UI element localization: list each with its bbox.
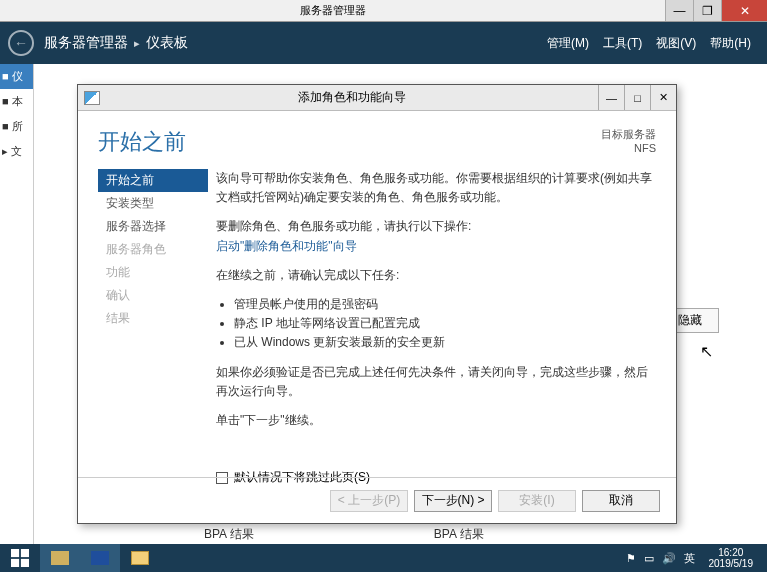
taskbar-explorer[interactable]	[120, 544, 160, 572]
tile-bpa[interactable]: BPA 结果	[204, 526, 254, 543]
outer-maximize-button[interactable]: ❐	[693, 0, 721, 21]
prereq-ip: 静态 IP 地址等网络设置已配置完成	[234, 314, 656, 333]
nav-file[interactable]: ▸ 文	[0, 139, 33, 164]
wizard-sidebar: 开始之前 安装类型 服务器选择 服务器角色 功能 确认 结果	[98, 165, 208, 465]
wizard-minimize-button[interactable]: —	[598, 85, 624, 110]
wizard-maximize-button[interactable]: □	[624, 85, 650, 110]
wizard-destination: 目标服务器 NFS	[601, 127, 656, 154]
outer-window-controls: — ❐ ✕	[665, 0, 767, 21]
nav-local[interactable]: ■ 本	[0, 89, 33, 114]
sidebar-step-results: 结果	[98, 307, 208, 330]
svg-rect-2	[11, 559, 19, 567]
remove-roles-link[interactable]: 启动"删除角色和功能"向导	[216, 239, 357, 253]
svg-rect-0	[11, 549, 19, 557]
add-roles-wizard-dialog: 添加角色和功能向导 — □ ✕ 开始之前 目标服务器 NFS 开始之前 安装类型	[77, 84, 677, 524]
tile-bpa-2[interactable]: BPA 结果	[434, 526, 484, 543]
server-manager-window: ← 服务器管理器 ▸ 仪表板 管理(M) 工具(T) 视图(V) 帮助(H) ■…	[0, 22, 767, 544]
menu-help[interactable]: 帮助(H)	[710, 35, 751, 52]
nav-dashboard[interactable]: ■ 仪	[0, 64, 33, 89]
breadcrumb-app: 服务器管理器	[44, 34, 128, 52]
outer-minimize-button[interactable]: —	[665, 0, 693, 21]
svg-rect-3	[21, 559, 29, 567]
wizard-titlebar[interactable]: 添加角色和功能向导 — □ ✕	[78, 85, 676, 111]
sidebar-step-install-type[interactable]: 安装类型	[98, 192, 208, 215]
wizard-body: 开始之前 安装类型 服务器选择 服务器角色 功能 确认 结果 该向导可帮助你安装…	[78, 165, 676, 465]
content-next: 单击"下一步"继续。	[216, 411, 656, 430]
prereq-updates: 已从 Windows 更新安装最新的安全更新	[234, 333, 656, 352]
cancel-button[interactable]: 取消	[582, 490, 660, 512]
system-tray: ⚑ ▭ 🔊 英 16:20 2019/5/19	[626, 545, 768, 571]
outer-window-title: 服务器管理器	[0, 3, 665, 18]
wizard-header: 开始之前 目标服务器 NFS	[78, 111, 676, 165]
wizard-content: 该向导可帮助你安装角色、角色服务或功能。你需要根据组织的计算要求(例如共享文档或…	[208, 165, 656, 465]
sidebar-step-confirm: 确认	[98, 284, 208, 307]
content-verify: 如果你必须验证是否已完成上述任何先决条件，请关闭向导，完成这些步骤，然后再次运行…	[216, 363, 656, 401]
nav-all[interactable]: ■ 所	[0, 114, 33, 139]
content-precheck: 在继续之前，请确认完成以下任务:	[216, 266, 656, 285]
sidebar-step-before[interactable]: 开始之前	[98, 169, 208, 192]
header-menus: 管理(M) 工具(T) 视图(V) 帮助(H)	[547, 35, 767, 52]
sidebar-step-server-roles: 服务器角色	[98, 238, 208, 261]
wizard-footer: < 上一步(P) 下一步(N) > 安装(I) 取消	[78, 477, 676, 523]
install-button: 安装(I)	[498, 490, 576, 512]
outer-close-button[interactable]: ✕	[721, 0, 767, 21]
tray-clock[interactable]: 16:20 2019/5/19	[703, 545, 760, 571]
breadcrumb-separator: ▸	[134, 37, 140, 50]
tray-sound-icon[interactable]: 🔊	[662, 552, 676, 565]
next-button[interactable]: 下一步(N) >	[414, 490, 492, 512]
sidebar-step-server-selection[interactable]: 服务器选择	[98, 215, 208, 238]
prereq-list: 管理员帐户使用的是强密码 静态 IP 地址等网络设置已配置完成 已从 Windo…	[216, 295, 656, 353]
wizard-close-button[interactable]: ✕	[650, 85, 676, 110]
tray-network-icon[interactable]: ▭	[644, 552, 654, 565]
breadcrumb-page: 仪表板	[146, 34, 188, 52]
menu-tools[interactable]: 工具(T)	[603, 35, 642, 52]
prereq-password: 管理员帐户使用的是强密码	[234, 295, 656, 314]
windows-logo-icon	[11, 549, 29, 567]
destination-value: NFS	[601, 142, 656, 154]
wizard-icon	[84, 91, 100, 105]
back-button[interactable]: ←	[8, 30, 34, 56]
destination-label: 目标服务器	[601, 127, 656, 142]
tray-ime[interactable]: 英	[684, 551, 695, 566]
taskbar-powershell[interactable]	[80, 544, 120, 572]
server-manager-nav: ■ 仪 ■ 本 ■ 所 ▸ 文	[0, 64, 34, 544]
clock-time: 16:20	[709, 547, 754, 558]
outer-window-titlebar: 服务器管理器 — ❐ ✕	[0, 0, 767, 22]
menu-manage[interactable]: 管理(M)	[547, 35, 589, 52]
wizard-heading: 开始之前	[98, 127, 186, 157]
svg-rect-1	[21, 549, 29, 557]
previous-button: < 上一步(P)	[330, 490, 408, 512]
sidebar-step-features: 功能	[98, 261, 208, 284]
server-manager-header: ← 服务器管理器 ▸ 仪表板 管理(M) 工具(T) 视图(V) 帮助(H)	[0, 22, 767, 64]
server-manager-body: 隐藏 性能 性能 BPA 结果 服务 性能 BPA 结果 2019/5/19 1…	[34, 64, 767, 544]
tray-flag-icon[interactable]: ⚑	[626, 552, 636, 565]
taskbar-server-manager[interactable]	[40, 544, 80, 572]
clock-date: 2019/5/19	[709, 558, 754, 569]
start-button[interactable]	[0, 544, 40, 572]
menu-view[interactable]: 视图(V)	[656, 35, 696, 52]
content-remove: 要删除角色、角色服务或功能，请执行以下操作: 启动"删除角色和功能"向导	[216, 217, 656, 255]
wizard-title: 添加角色和功能向导	[106, 89, 598, 106]
content-intro: 该向导可帮助你安装角色、角色服务或功能。你需要根据组织的计算要求(例如共享文档或…	[216, 169, 656, 207]
taskbar: ⚑ ▭ 🔊 英 16:20 2019/5/19	[0, 544, 767, 572]
